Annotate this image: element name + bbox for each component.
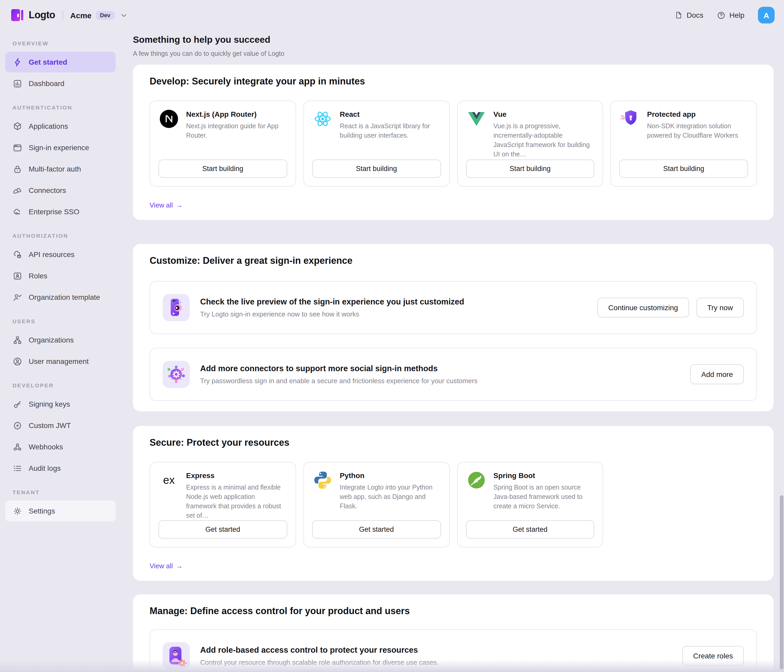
lightning-icon	[12, 57, 22, 67]
sidebar-item-settings[interactable]: Settings	[5, 501, 116, 521]
framework-card-spring-boot[interactable]: Spring Boot Spring Boot is an open sourc…	[457, 462, 604, 548]
list-icon	[12, 463, 22, 473]
sidebar-item-connectors[interactable]: Connectors	[5, 180, 116, 201]
sidebar-item-label: Dashboard	[29, 79, 64, 87]
main-content: Something to help you succeed A few thin…	[121, 30, 784, 672]
vertical-scrollbar[interactable]	[779, 0, 784, 672]
tenant-name: Acme	[70, 11, 92, 20]
logto-console: Logto Acme Dev Docs Help	[0, 0, 784, 672]
sidebar-item-api-resources[interactable]: API resources	[5, 244, 116, 265]
secure-panel: Secure: Protect your resources ex Expres…	[133, 426, 773, 581]
framework-card-description: React is a JavaScript library for buildi…	[340, 121, 441, 140]
sidebar-item-multi-factor-auth[interactable]: Multi-factor auth	[5, 159, 116, 179]
chevron-down-icon	[120, 11, 128, 19]
tenant-switcher[interactable]: Acme Dev	[70, 11, 128, 20]
framework-card-protected-app[interactable]: Protected app Non-SDK integration soluti…	[611, 101, 757, 187]
framework-card-react[interactable]: React React is a JavaScript library for …	[303, 101, 450, 187]
sidebar-item-label: User management	[29, 357, 89, 366]
framework-card-nextjs[interactable]: Next.js (App Router) Next.js integration…	[149, 101, 296, 187]
get-started-button[interactable]: Get started	[159, 520, 287, 538]
logto-logo-icon	[11, 8, 24, 22]
manage-panel: Manage: Define access control for your p…	[133, 594, 773, 672]
sidebar: OVERVIEW Get started Dashboard AUTHENTIC…	[0, 30, 121, 538]
cloud-key-icon	[12, 207, 22, 216]
sidebar-section-developer: DEVELOPER	[0, 372, 121, 393]
sidebar-item-label: Organizations	[29, 336, 74, 344]
framework-card-title: Protected app	[647, 110, 748, 118]
sidebar-item-label: Applications	[29, 122, 68, 130]
get-started-button[interactable]: Get started	[466, 520, 594, 538]
sidebar-item-label: Webhooks	[29, 443, 63, 451]
framework-card-python[interactable]: Python Integrate Logto into your Python …	[303, 462, 450, 548]
nextjs-logo-icon	[159, 109, 179, 129]
bar-chart-icon	[12, 78, 22, 89]
framework-card-description: Next.js integration guide for App Router…	[186, 121, 287, 140]
org-chart-icon	[12, 335, 22, 345]
help-label: Help	[729, 11, 744, 19]
framework-card-vue[interactable]: Vue Vue.js is a progressive, incremental…	[457, 101, 604, 187]
express-logo-icon: ex	[159, 470, 179, 490]
sidebar-item-organizations[interactable]: Organizations	[5, 330, 116, 350]
sidebar-item-label: Connectors	[29, 186, 66, 194]
webhook-icon	[12, 442, 22, 452]
sidebar-item-label: Sign-in experience	[29, 143, 89, 152]
continue-customizing-button[interactable]: Continue customizing	[597, 297, 689, 317]
task-row-subtitle: Control your resource through scalable r…	[200, 658, 439, 666]
secure-heading: Secure: Protect your resources	[149, 437, 757, 448]
sidebar-item-label: Signing keys	[29, 400, 70, 408]
sidebar-item-label: Settings	[29, 507, 55, 515]
view-all-link[interactable]: View all →	[149, 201, 183, 209]
framework-card-express[interactable]: ex Express Express is a minimal and flex…	[149, 462, 296, 548]
framework-card-title: React	[340, 110, 441, 118]
sidebar-item-user-management[interactable]: User management	[5, 351, 116, 372]
lock-icon	[12, 164, 22, 174]
rbac-icon	[163, 642, 190, 669]
cloud-box-icon	[12, 249, 22, 259]
scrollbar-thumb[interactable]	[780, 495, 784, 669]
develop-heading: Develop: Securely integrate your app in …	[149, 76, 757, 87]
start-building-button[interactable]: Start building	[619, 159, 748, 177]
sidebar-item-organization-template[interactable]: Organization template	[5, 287, 116, 308]
framework-card-title: Vue	[493, 110, 594, 118]
framework-card-description: Spring Boot is an open source Java-based…	[493, 482, 594, 511]
python-logo-icon	[312, 470, 333, 490]
logto-brand[interactable]: Logto	[11, 8, 55, 22]
manage-heading: Manage: Define access control for your p…	[149, 606, 757, 617]
task-row-title: Check the live preview of the sign-in ex…	[200, 297, 464, 306]
sidebar-item-roles[interactable]: Roles	[5, 265, 116, 286]
sign-in-preview-icon	[163, 294, 190, 321]
start-building-button[interactable]: Start building	[312, 159, 441, 177]
view-all-label: View all	[149, 562, 173, 570]
framework-card-title: Express	[186, 471, 287, 479]
docs-link[interactable]: Docs	[675, 11, 703, 19]
create-roles-button[interactable]: Create roles	[682, 646, 744, 666]
sidebar-item-signing-keys[interactable]: Signing keys	[5, 394, 116, 414]
avatar[interactable]: A	[758, 7, 775, 23]
add-more-button[interactable]: Add more	[691, 364, 744, 384]
document-icon	[675, 11, 683, 19]
sidebar-item-label: API resources	[29, 250, 75, 258]
user-circle-icon	[12, 356, 22, 366]
sidebar-item-applications[interactable]: Applications	[5, 116, 116, 137]
sidebar-item-custom-jwt[interactable]: Custom JWT	[5, 415, 116, 436]
topbar: Logto Acme Dev Docs Help	[0, 0, 784, 30]
sidebar-item-webhooks[interactable]: Webhooks	[5, 436, 116, 457]
start-building-button[interactable]: Start building	[159, 159, 287, 177]
start-building-button[interactable]: Start building	[466, 159, 594, 177]
gear-icon	[12, 506, 22, 516]
avatar-initial: A	[764, 11, 769, 20]
task-row-title: Add role-based access control to protect…	[200, 646, 439, 655]
sidebar-item-audit-logs[interactable]: Audit logs	[5, 458, 116, 479]
sidebar-item-sign-in-experience[interactable]: Sign-in experience	[5, 137, 116, 158]
sidebar-item-label: Custom JWT	[29, 421, 71, 429]
sidebar-item-get-started[interactable]: Get started	[5, 51, 116, 73]
sidebar-item-dashboard[interactable]: Dashboard	[5, 73, 116, 94]
sidebar-item-enterprise-sso[interactable]: Enterprise SSO	[5, 201, 116, 222]
get-started-button[interactable]: Get started	[312, 520, 441, 538]
docs-label: Docs	[687, 11, 703, 19]
view-all-label: View all	[149, 201, 173, 209]
help-link[interactable]: Help	[717, 11, 744, 20]
try-now-button[interactable]: Try now	[696, 297, 744, 317]
page-title: Something to help you succeed	[133, 34, 773, 45]
view-all-link[interactable]: View all →	[149, 562, 183, 570]
